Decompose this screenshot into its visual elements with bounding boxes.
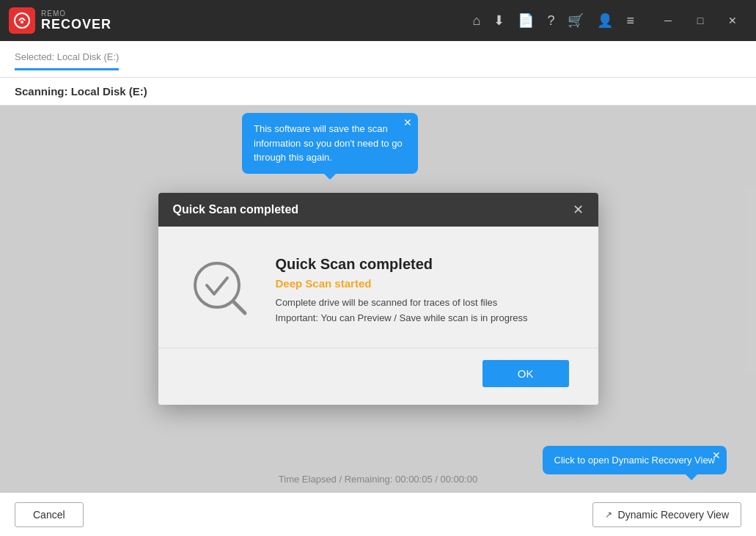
selected-disk-label: Selected: Local Disk (E:) <box>15 51 119 70</box>
help-icon[interactable]: ? <box>547 13 554 29</box>
modal-footer: OK <box>158 348 598 405</box>
tooltip-bottom-close[interactable]: ✕ <box>712 450 721 460</box>
tooltip-top-close[interactable]: ✕ <box>403 117 412 128</box>
modal-desc: Complete drive will be scanned for trace… <box>276 295 569 326</box>
ok-button[interactable]: OK <box>482 360 569 387</box>
tooltip-bottom-text: Click to open Dynamic Recovery View <box>554 455 715 466</box>
modal-scan-complete-title: Quick Scan completed <box>276 256 569 273</box>
cancel-button[interactable]: Cancel <box>15 502 84 527</box>
menu-icon[interactable]: ≡ <box>626 13 634 29</box>
modal-close-button[interactable]: ✕ <box>573 203 584 216</box>
user-icon[interactable]: 👤 <box>597 12 613 29</box>
svg-point-1 <box>21 21 23 23</box>
tooltip-bubble-top: ✕ This software will save the scan infor… <box>242 113 418 174</box>
cart-icon[interactable]: 🛒 <box>568 12 584 29</box>
modal-desc-line1: Complete drive will be scanned for trace… <box>276 295 569 311</box>
file-icon[interactable]: 📄 <box>518 12 534 29</box>
selected-header: Selected: Local Disk (E:) <box>0 41 756 78</box>
modal-deep-scan-label: Deep Scan started <box>276 277 569 290</box>
win-controls: ─ □ ✕ <box>653 9 747 32</box>
modal-info: Quick Scan completed Deep Scan started C… <box>276 256 569 326</box>
scanning-bar: Scanning: Local Disk (E:) <box>0 78 756 106</box>
download-icon[interactable]: ⬇ <box>493 12 504 29</box>
titlebar-actions: ⌂ ⬇ 📄 ? 🛒 👤 ≡ ─ □ ✕ <box>473 9 747 32</box>
scanning-label: Scanning: Local Disk (E:) <box>15 85 147 98</box>
home-icon[interactable]: ⌂ <box>473 13 481 29</box>
dynamic-recovery-button[interactable]: ↗ Dynamic Recovery View <box>592 502 741 527</box>
tooltip-bubble-bottom: ✕ Click to open Dynamic Recovery View <box>543 446 727 474</box>
titlebar: remo RECOVER ⌂ ⬇ 📄 ? 🛒 👤 ≡ ─ □ ✕ <box>0 0 756 41</box>
bottom-bar: Cancel ✕ Click to open Dynamic Recovery … <box>0 492 756 536</box>
modal-body: Quick Scan completed Deep Scan started C… <box>158 227 598 348</box>
close-button[interactable]: ✕ <box>718 9 747 32</box>
tooltip-top-text: This software will save the scan informa… <box>254 123 403 163</box>
modal-dialog: Quick Scan completed ✕ <box>158 193 598 405</box>
arrow-icon: ↗ <box>605 510 612 520</box>
content-body: ✕ This software will save the scan infor… <box>0 106 756 492</box>
modal-header: Quick Scan completed ✕ <box>158 193 598 227</box>
app-logo: remo RECOVER <box>9 7 111 34</box>
modal-title: Quick Scan completed <box>173 203 299 216</box>
scan-complete-icon <box>188 256 254 322</box>
minimize-button[interactable]: ─ <box>653 9 683 32</box>
maximize-button[interactable]: □ <box>686 9 715 32</box>
magnifier-svg <box>188 256 254 322</box>
dynamic-recovery-label: Dynamic Recovery View <box>618 509 729 521</box>
logo-text: remo RECOVER <box>41 10 111 31</box>
modal-desc-line2: Important: You can Preview / Save while … <box>276 311 569 326</box>
logo-recover-label: RECOVER <box>41 18 111 31</box>
main-content: Selected: Local Disk (E:) Scanning: Loca… <box>0 41 756 536</box>
dynamic-recovery-section: ✕ Click to open Dynamic Recovery View ↗ … <box>592 502 741 527</box>
logo-icon <box>9 7 35 34</box>
svg-line-3 <box>233 301 245 313</box>
